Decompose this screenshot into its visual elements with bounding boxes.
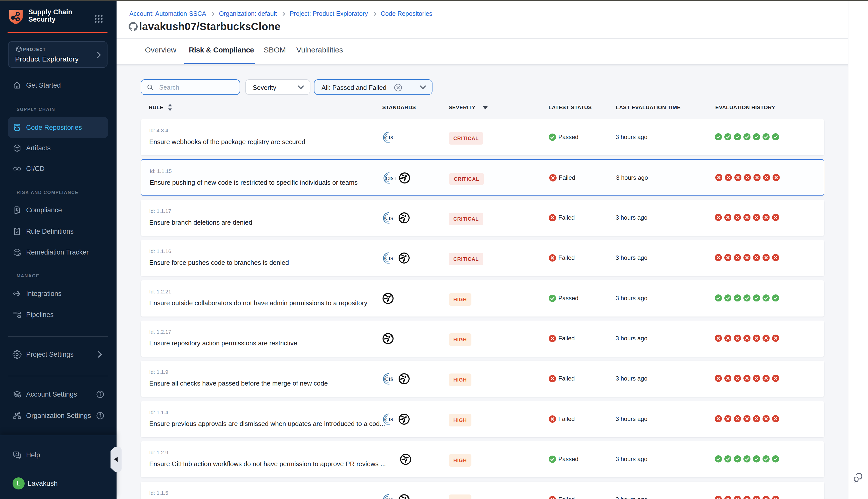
svg-text:CIS: CIS [385, 135, 393, 140]
svg-text:CIS: CIS [385, 417, 393, 422]
svg-text:CIS: CIS [385, 256, 393, 261]
svg-text:?: ? [15, 452, 17, 455]
svg-text:CIS: CIS [385, 377, 393, 382]
svg-text:CIS: CIS [386, 176, 393, 181]
svg-text:CIS: CIS [385, 216, 393, 221]
svg-text:CIS: CIS [385, 497, 393, 499]
